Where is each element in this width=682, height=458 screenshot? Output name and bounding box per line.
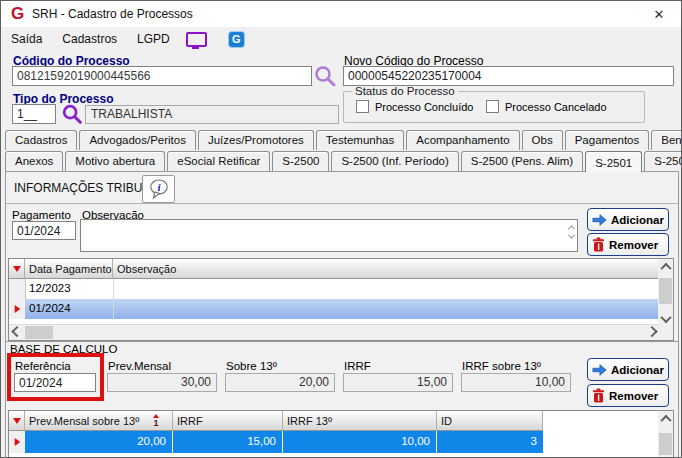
irrf-value: 15,00 [343, 373, 453, 392]
prev-mensal-value: 30,00 [107, 373, 217, 392]
grid-row-selected[interactable]: 20,00 15,00 10,00 3 [9, 431, 659, 453]
observacao-input[interactable] [80, 219, 578, 252]
pagamento-label: Pagamento [12, 209, 71, 221]
tab-advogados-peritos[interactable]: Advogados/Peritos [79, 130, 196, 150]
row-indicator-cell [9, 431, 26, 453]
novo-codigo-input[interactable] [343, 66, 674, 86]
scroll-up-button[interactable] [658, 259, 673, 274]
irrf-sobre-13-value: 10,00 [461, 373, 571, 392]
info-button[interactable]: i [142, 175, 175, 203]
grid-indicator-header [9, 411, 25, 431]
tab-obs[interactable]: Obs [522, 130, 563, 150]
tab-bens-penh[interactable]: Bens Penh. [651, 130, 682, 150]
col-header-observacao[interactable]: Observação [113, 259, 659, 279]
menu-cadastros[interactable]: Cadastros [52, 28, 127, 50]
remover-label: Remover [609, 239, 658, 251]
pagamentos-grid: Data Pagamento Observação 12/2023 01/202… [8, 258, 674, 341]
add-arrow-icon [592, 213, 607, 227]
remover-base-button[interactable]: Remover [587, 384, 669, 407]
cell-prev-mensal-13: 20,00 [25, 431, 173, 453]
checkbox-processo-concluido[interactable]: Processo Concluído [356, 100, 473, 113]
prev-mensal-label: Prev.Mensal [108, 360, 171, 372]
pagamento-input[interactable] [12, 221, 76, 240]
s2501-tab-panel: INFORMAÇÕES TRIBUTO i Pagamento Observaç… [5, 171, 679, 458]
referencia-input[interactable] [14, 373, 96, 392]
annotation-highlight-box: Referência [7, 353, 104, 401]
tab-esocial-retificar[interactable]: eSocial Retificar [167, 151, 270, 172]
col-header-irrf-13[interactable]: IRRF 13º [283, 411, 437, 431]
selection-highlight: 20,00 15,00 10,00 3 [25, 431, 543, 453]
menu-lgpd[interactable]: LGPD [127, 28, 180, 50]
grid-row-12-2023[interactable]: 12/2023 [9, 279, 659, 299]
cell-irrf: 15,00 [173, 431, 283, 453]
title-bar: G SRH - Cadastro de Processos ✕ [1, 1, 681, 27]
trash-icon [592, 388, 605, 403]
section-divider [6, 341, 678, 342]
grid1-hscrollbar[interactable] [9, 324, 659, 340]
tab-motivo-abertura[interactable]: Motivo abertura [65, 151, 165, 172]
grid-indicator-header [9, 259, 25, 279]
col-header-data-pagamento[interactable]: Data Pagamento [25, 259, 113, 279]
chevron-left-icon [11, 325, 22, 336]
scroll-thumb[interactable] [25, 326, 53, 339]
informacoes-tributo-strip: INFORMAÇÕES TRIBUTO i [6, 172, 678, 204]
tab-s2500-inf-periodo[interactable]: S-2500 (Inf. Período) [331, 151, 458, 172]
tab-s2501-inf-compl[interactable]: S-2501(Inf.Compl) [644, 151, 682, 172]
adicionar-base-button[interactable]: Adicionar [587, 358, 669, 381]
cell-data-pagamento: 01/2024 [29, 302, 71, 314]
column-separator [113, 279, 114, 319]
menu-saida[interactable]: Saída [1, 28, 52, 50]
monitor-icon[interactable] [186, 32, 207, 47]
scroll-thumb[interactable] [659, 278, 672, 304]
tab-pagamentos[interactable]: Pagamentos [565, 130, 650, 150]
add-arrow-icon [592, 363, 607, 377]
menu-bar: Saída Cadastros LGPD G [1, 27, 681, 51]
adicionar-label: Adicionar [611, 214, 664, 226]
tab-row-1: Cadastros Advogados/Peritos Juízes/Promo… [5, 129, 682, 150]
search-icon[interactable] [313, 64, 337, 88]
observacao-spinner[interactable] [569, 225, 574, 239]
col-header-id[interactable]: ID [437, 411, 543, 431]
tab-acompanhamento[interactable]: Acompanhamento [406, 130, 519, 150]
grid-row-01-2024-selected[interactable]: 01/2024 [9, 299, 659, 319]
app-window: G SRH - Cadastro de Processos ✕ Saída Ca… [0, 0, 682, 458]
scroll-down-button[interactable] [658, 311, 673, 326]
adicionar-pagamento-button[interactable]: Adicionar [587, 208, 669, 231]
tab-s2500-pens-alim[interactable]: S-2500 (Pens. Alim) [461, 151, 583, 172]
grid2-vscrollbar[interactable] [658, 411, 673, 458]
chevron-up-icon [660, 262, 671, 273]
g-app-icon[interactable]: G [229, 32, 244, 47]
col-header-prev-mensal-13[interactable]: Prev.Mensal sobre 13º 1 [25, 411, 173, 431]
tipo-processo-input[interactable] [12, 104, 56, 124]
tab-cadastros[interactable]: Cadastros [5, 130, 77, 150]
remover-label: Remover [609, 390, 658, 402]
sobre-13-value: 20,00 [225, 373, 335, 392]
tab-testemunhas[interactable]: Testemunhas [316, 130, 404, 150]
informacoes-tributo-label: INFORMAÇÕES TRIBUTO [14, 181, 159, 195]
scroll-right-button[interactable] [644, 325, 659, 340]
tab-juizes-promotores[interactable]: Juízes/Promotores [198, 130, 314, 150]
column-indicator-icon [13, 418, 21, 424]
irrf-label: IRRF [344, 360, 371, 372]
cell-id: 3 [437, 431, 543, 453]
scroll-up-button[interactable] [658, 411, 673, 426]
search-icon[interactable] [61, 103, 83, 125]
tab-s2501[interactable]: S-2501 [585, 151, 642, 172]
remover-pagamento-button[interactable]: Remover [587, 233, 669, 256]
close-button[interactable]: ✕ [637, 1, 681, 27]
tab-row-2: Anexos Motivo abertura eSocial Retificar… [5, 150, 682, 172]
close-icon: ✕ [654, 7, 665, 22]
grid1-vscrollbar[interactable] [658, 259, 673, 326]
scrollbar-corner [658, 325, 673, 340]
chevron-up-icon [660, 414, 671, 425]
tab-anexos[interactable]: Anexos [5, 151, 63, 172]
scroll-left-button[interactable] [9, 325, 24, 340]
cell-data-pagamento: 12/2023 [29, 282, 71, 294]
codigo-processo-input[interactable] [12, 66, 312, 86]
tab-s2500[interactable]: S-2500 [272, 151, 329, 172]
checkbox-processo-cancelado[interactable]: Processo Cancelado [486, 100, 607, 113]
col-header-irrf[interactable]: IRRF [173, 411, 283, 431]
chevron-down-icon [568, 232, 575, 239]
checkbox-icon [486, 100, 499, 113]
scroll-thumb[interactable] [659, 433, 672, 455]
